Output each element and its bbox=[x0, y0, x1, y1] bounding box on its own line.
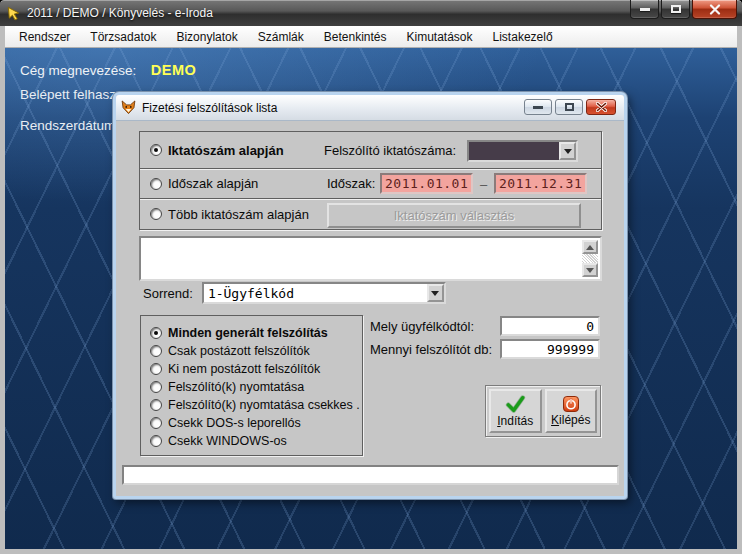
radio-icon bbox=[150, 178, 162, 190]
scroll-up-button[interactable] bbox=[582, 240, 598, 254]
vertical-scrollbar[interactable] bbox=[582, 240, 598, 277]
radio-felszolito-nyomtatasa[interactable]: Felszólító(k) nyomtatása bbox=[150, 378, 362, 396]
close-button[interactable] bbox=[692, 0, 737, 19]
dialog-status-bar bbox=[122, 465, 619, 485]
sorrend-value: 1-Ügyfélkód bbox=[204, 284, 427, 302]
down-triangle-icon bbox=[586, 268, 594, 273]
iktatoszam-list-textarea[interactable] bbox=[139, 236, 602, 281]
chevron-down-icon bbox=[431, 291, 439, 296]
fox-icon bbox=[121, 100, 136, 115]
felszolito-iktatoszama-label: Felszólító iktatószáma: bbox=[324, 143, 456, 158]
iktatoszam-valasztas-button[interactable]: Iktatószám választás bbox=[327, 203, 581, 228]
dialog-fizetesi-felszolitasok: Fizetési felszólítások lista bbox=[113, 92, 627, 499]
radio-ki-nem-postazott[interactable]: Ki nem postázott felszólítók bbox=[150, 360, 362, 378]
radio-tobb-iktatoszam-alapjan[interactable]: Több iktatószám alapján bbox=[150, 207, 309, 222]
radio-csekk-dos[interactable]: Csekk DOS-s leporellós bbox=[150, 414, 362, 432]
idoszak-label: Időszak: bbox=[327, 176, 375, 191]
radio-icon bbox=[150, 208, 162, 220]
dialog-title: Fizetési felszólítások lista bbox=[142, 101, 277, 115]
close-icon bbox=[709, 4, 721, 15]
scroll-down-button[interactable] bbox=[582, 263, 598, 277]
mode-row-iktatoszam: Iktatószám alapján Felszólító iktatószám… bbox=[139, 131, 602, 169]
idoszak-to-input[interactable] bbox=[494, 173, 587, 194]
mode-option-group: Iktatószám alapján Felszólító iktatószám… bbox=[139, 131, 602, 230]
menu-item-torzsadatok[interactable]: Törzsadatok bbox=[80, 26, 166, 47]
dialog-titlebar[interactable]: Fizetési felszólítások lista bbox=[116, 95, 624, 121]
sorrend-combobox[interactable]: 1-Ügyfélkód bbox=[202, 282, 446, 304]
power-stop-icon bbox=[563, 396, 579, 412]
radio-idoszak-alapjan[interactable]: Időszak alapján bbox=[150, 176, 258, 191]
maximize-icon bbox=[671, 5, 681, 13]
app-icon bbox=[6, 6, 21, 21]
menu-item-szamlak[interactable]: Számlák bbox=[248, 26, 314, 47]
menu-item-betenkintes[interactable]: Betenkintés bbox=[314, 26, 397, 47]
dropdown-button[interactable] bbox=[559, 142, 576, 160]
radio-icon bbox=[150, 327, 162, 339]
up-triangle-icon bbox=[586, 245, 594, 250]
kilepes-button[interactable]: Kilépés bbox=[545, 389, 598, 433]
desktop-area: Cég megnevezése: DEMO Belépett felhasz R… bbox=[5, 48, 737, 549]
minimize-button[interactable] bbox=[630, 0, 659, 19]
sorrend-label: Sorrend: bbox=[143, 286, 193, 301]
sorrend-row: Sorrend: 1-Ügyfélkód bbox=[143, 282, 446, 304]
mennyi-felszolitot-input[interactable] bbox=[500, 339, 600, 359]
screen: 2011 / DEMO / Könyvelés - e-Iroda Rendsz… bbox=[0, 0, 742, 554]
mennyi-felszolitot-label: Mennyi felszólítót db: bbox=[370, 342, 492, 357]
close-icon bbox=[596, 102, 607, 112]
checkmark-icon bbox=[505, 395, 526, 413]
main-window-title: 2011 / DEMO / Könyvelés - e-Iroda bbox=[27, 6, 213, 20]
dialog-close-button[interactable] bbox=[586, 99, 616, 115]
dialog-maximize-button[interactable] bbox=[555, 99, 583, 115]
radio-csekk-windows[interactable]: Csekk WINDOWS-os bbox=[150, 432, 362, 450]
felszolito-iktatoszama-value bbox=[469, 142, 559, 160]
felszolito-iktatoszama-combobox[interactable] bbox=[467, 140, 578, 162]
filter-radio-group: Minden generált felszólítás Csak postázo… bbox=[140, 315, 363, 456]
maximize-icon bbox=[565, 103, 574, 111]
menu-item-rendszer[interactable]: Rendszer bbox=[9, 26, 80, 47]
dialog-minimize-button[interactable] bbox=[524, 99, 552, 115]
menu-item-bizonylatok[interactable]: Bizonylatok bbox=[166, 26, 247, 47]
minimize-icon bbox=[640, 8, 650, 11]
radio-nyomtatasa-csekkes[interactable]: Felszólító(k) nyomtatása csekkes . bbox=[150, 396, 362, 414]
radio-icon bbox=[150, 399, 162, 411]
minimize-icon bbox=[533, 106, 543, 109]
radio-icon bbox=[150, 144, 162, 156]
menu-item-kimutatasok[interactable]: Kimutatások bbox=[397, 26, 483, 47]
menu-item-listakezelo[interactable]: Listakezelő bbox=[483, 26, 563, 47]
company-name-value: DEMO bbox=[151, 62, 197, 78]
radio-iktatoszam-alapjan[interactable]: Iktatószám alapján bbox=[150, 143, 284, 158]
system-date-label: Rendszerdátum bbox=[20, 118, 115, 133]
action-button-panel: Indítás bbox=[485, 385, 601, 437]
mode-row-tobb-iktatoszam: Több iktatószám alapján Iktatószám válas… bbox=[139, 198, 602, 230]
company-name-row: Cég megnevezése: DEMO bbox=[20, 61, 196, 79]
radio-icon bbox=[150, 435, 162, 447]
chevron-down-icon bbox=[564, 149, 572, 154]
radio-icon bbox=[150, 363, 162, 375]
inditas-button[interactable]: Indítás bbox=[489, 389, 542, 433]
dropdown-button[interactable] bbox=[427, 284, 444, 302]
window-controls bbox=[630, 0, 737, 19]
date-range-separator: – bbox=[480, 177, 487, 192]
radio-icon bbox=[150, 417, 162, 429]
mely-ugyfelkodtol-label: Mely ügyfélkódtól: bbox=[370, 319, 474, 334]
menubar: Rendszer Törzsadatok Bizonylatok Számlák… bbox=[5, 26, 737, 48]
radio-minden-generalt[interactable]: Minden generált felszólítás bbox=[150, 324, 362, 342]
radio-icon bbox=[150, 381, 162, 393]
main-titlebar[interactable]: 2011 / DEMO / Könyvelés - e-Iroda bbox=[0, 0, 742, 26]
dialog-content: Iktatószám alapján Felszólító iktatószám… bbox=[116, 121, 624, 496]
dialog-window-controls bbox=[524, 99, 616, 115]
radio-icon bbox=[150, 345, 162, 357]
maximize-button[interactable] bbox=[661, 0, 690, 19]
radio-csak-postazott[interactable]: Csak postázott felszólítók bbox=[150, 342, 362, 360]
idoszak-from-input[interactable] bbox=[380, 173, 473, 194]
company-name-label: Cég megnevezése: bbox=[20, 63, 136, 78]
mode-row-idoszak: Időszak alapján Időszak: – bbox=[139, 168, 602, 199]
logged-user-label: Belépett felhasz bbox=[20, 87, 116, 102]
mely-ugyfelkodtol-input[interactable] bbox=[500, 316, 600, 336]
window-frame: Rendszer Törzsadatok Bizonylatok Számlák… bbox=[0, 26, 742, 554]
